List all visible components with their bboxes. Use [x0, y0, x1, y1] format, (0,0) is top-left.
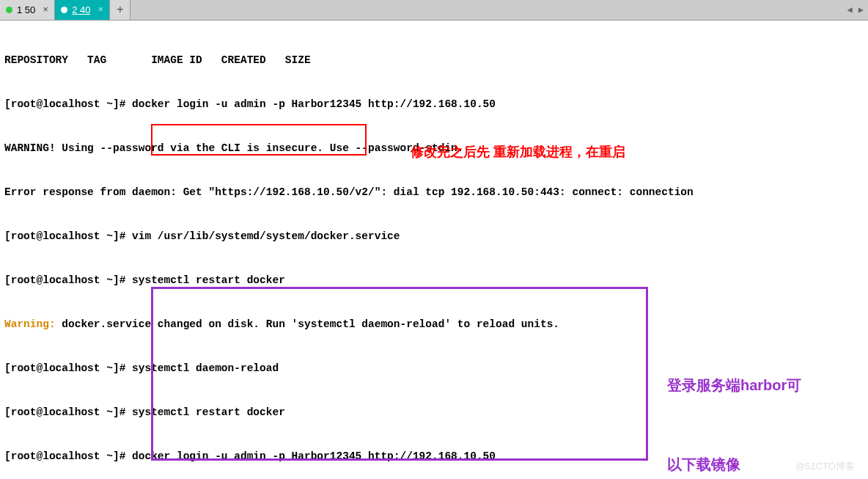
watermark: @51CTO博客: [795, 460, 855, 473]
tab-nav: ◀ ▶: [843, 0, 868, 20]
tab-label: 1 50: [17, 4, 35, 15]
nav-right-icon[interactable]: ▶: [858, 4, 864, 15]
status-dot-icon: [6, 7, 12, 13]
annotation-text-red: 修改完之后先 重新加载进程，在重启: [396, 130, 625, 174]
terminal-line: Error response from daemon: Get "https:/…: [4, 185, 864, 200]
terminal-line: REPOSITORY TAG IMAGE ID CREATED SIZE: [4, 53, 864, 67]
warning-rest: docker.service changed on disk. Run 'sys…: [56, 318, 559, 330]
close-icon[interactable]: ×: [98, 4, 103, 15]
close-icon[interactable]: ×: [43, 4, 48, 15]
warning-prefix: Warning:: [4, 318, 56, 330]
tab-bar: 1 50 × 2 40 × + ◀ ▶: [0, 0, 868, 21]
nav-left-icon[interactable]: ◀: [847, 4, 853, 15]
tab-spacer: [130, 0, 842, 20]
tab-2[interactable]: 2 40 ×: [55, 0, 110, 20]
terminal-line: [root@localhost ~]# systemctl restart do…: [4, 273, 864, 288]
terminal-output[interactable]: REPOSITORY TAG IMAGE ID CREATED SIZE [ro…: [0, 21, 868, 479]
new-tab-button[interactable]: +: [110, 0, 130, 20]
status-dot-icon: [61, 7, 67, 13]
tab-1[interactable]: 1 50 ×: [0, 0, 55, 20]
terminal-line: [root@localhost ~]# docker login -u admi…: [4, 97, 864, 111]
annotation-text-purple: 登录服务端harbor可 以下载镜像: [667, 319, 801, 479]
plus-icon: +: [117, 3, 124, 17]
tab-label: 2 40: [72, 4, 90, 15]
terminal-line: [root@localhost ~]# vim /usr/lib/systemd…: [4, 229, 864, 244]
